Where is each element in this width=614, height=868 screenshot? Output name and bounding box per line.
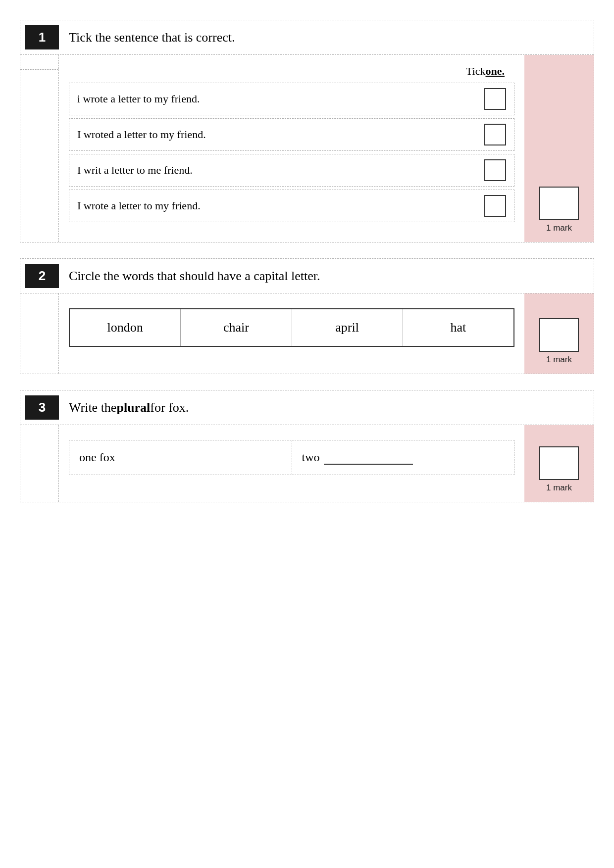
option-text-2: I wroted a letter to my friend. [77, 128, 206, 141]
q3-header: 3 Write the plural for fox. [20, 390, 594, 425]
q3-pre-text: Write the [69, 400, 116, 415]
q1-left-gutter [20, 55, 59, 242]
q1-mark-label: 1 mark [546, 223, 572, 233]
answer-blank[interactable] [324, 450, 413, 465]
q3-post-text: for fox. [150, 400, 189, 415]
option-text-3: I writ a letter to me friend. [77, 164, 193, 177]
q3-mark-panel: 1 mark [524, 425, 594, 502]
q3-bold-text: plural [116, 400, 150, 415]
q1-instruction: Tick the sentence that is correct. [59, 20, 245, 54]
q1-mark-box [539, 187, 579, 220]
tick-bold-text: one. [486, 65, 505, 78]
word-cell-april: april [292, 309, 403, 346]
worksheet-page: 1 Tick the sentence that is correct. Tic… [20, 20, 594, 502]
q1-spacer [20, 55, 58, 70]
option-row-1: i wrote a letter to my friend. [69, 83, 514, 115]
two-label: two [302, 451, 320, 464]
tick-box-3[interactable] [484, 159, 506, 181]
q1-body: Tick one. i wrote a letter to my friend.… [20, 55, 594, 242]
q2-mark-label: 1 mark [546, 355, 572, 365]
fox-cell-two: two [292, 440, 514, 475]
option-row-3: I writ a letter to me friend. [69, 154, 514, 187]
tick-label-text: Tick [466, 65, 486, 78]
question-2-block: 2 Circle the words that should have a ca… [20, 258, 594, 374]
q3-left-gutter [20, 425, 59, 502]
tick-one-label: Tick one. [69, 60, 514, 80]
q3-body: one fox two 1 mark [20, 425, 594, 502]
q3-content: one fox two [59, 425, 524, 502]
q2-bottom-spacer [69, 357, 514, 369]
word-cell-hat: hat [403, 309, 513, 346]
q1-number: 1 [25, 25, 59, 49]
tick-box-4[interactable] [484, 195, 506, 217]
q2-content: london chair april hat [59, 293, 524, 374]
option-text-1: i wrote a letter to my friend. [77, 93, 200, 105]
q2-instruction: Circle the words that should have a capi… [59, 259, 330, 293]
option-text-4: I wrote a letter to my friend. [77, 199, 201, 212]
tick-box-2[interactable] [484, 124, 506, 145]
question-1-block: 1 Tick the sentence that is correct. Tic… [20, 20, 594, 242]
q3-mark-label: 1 mark [546, 483, 572, 493]
q2-mark-panel: 1 mark [524, 293, 594, 374]
q1-content: Tick one. i wrote a letter to my friend.… [59, 55, 524, 242]
q1-bottom-spacer [69, 225, 514, 237]
q2-body: london chair april hat 1 mark [20, 293, 594, 374]
q3-mark-box [539, 446, 579, 480]
q2-header: 2 Circle the words that should have a ca… [20, 259, 594, 293]
q3-number: 3 [25, 395, 59, 420]
option-row-4: I wrote a letter to my friend. [69, 190, 514, 222]
q1-header: 1 Tick the sentence that is correct. [20, 20, 594, 55]
fox-cell-one: one fox [69, 440, 292, 475]
q2-number: 2 [25, 264, 59, 288]
q3-fox-table: one fox two [69, 440, 514, 475]
q2-words-table: london chair april hat [69, 308, 514, 347]
word-cell-chair: chair [181, 309, 292, 346]
q3-instruction: Write the plural for fox. [59, 390, 199, 425]
q1-mark-panel: 1 mark [524, 55, 594, 242]
word-cell-london: london [70, 309, 181, 346]
question-3-block: 3 Write the plural for fox. one fox two [20, 390, 594, 502]
q2-mark-box [539, 318, 579, 352]
q2-left-gutter [20, 293, 59, 374]
q3-bottom-spacer [69, 485, 514, 497]
option-row-2: I wroted a letter to my friend. [69, 118, 514, 151]
tick-box-1[interactable] [484, 88, 506, 110]
